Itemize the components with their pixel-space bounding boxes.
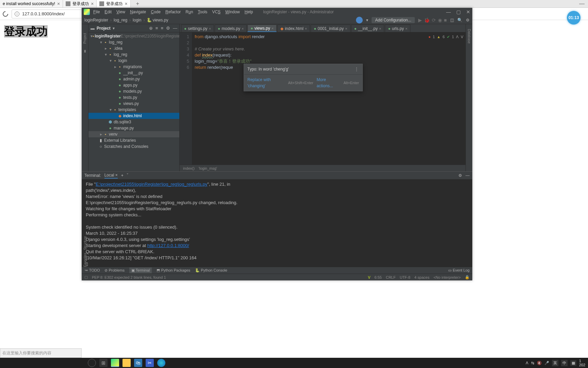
structure-tool-button[interactable]: Structure <box>83 236 87 250</box>
close-icon[interactable]: × <box>345 27 347 31</box>
store-icon[interactable]: 🛍 <box>134 359 142 367</box>
more-actions[interactable]: More actions... <box>317 77 340 89</box>
search-icon[interactable]: 🔍 <box>457 18 462 22</box>
chevron-down-icon[interactable]: ▾ <box>366 18 368 22</box>
mic-icon[interactable]: 🎤 <box>544 361 549 365</box>
coverage-icon[interactable]: ⟳ <box>432 17 436 23</box>
menu-refactor[interactable]: Refactor <box>163 10 183 14</box>
bookmark-icon[interactable]: ▮ <box>84 49 86 53</box>
debug-icon[interactable]: 🐞 <box>424 17 430 23</box>
prev-highlight-icon[interactable]: ᐱ <box>456 34 459 40</box>
tree-item[interactable]: ●__init__.py <box>88 70 179 76</box>
cortana-icon[interactable] <box>88 359 96 367</box>
lock-icon[interactable]: 🔒 <box>465 275 470 279</box>
clock[interactable]: 1202 <box>579 359 585 367</box>
tree-item[interactable]: ●models.py <box>88 88 179 94</box>
project-tree[interactable]: ▾▪loginRegister E:\project\net21055\logi… <box>88 32 179 171</box>
run-icon[interactable]: ▶ <box>418 17 422 23</box>
problems-tab[interactable]: ⊘ Problems <box>104 268 125 273</box>
network-icon[interactable]: ⇆ <box>531 361 534 365</box>
ime-mode-icon[interactable]: ▦ <box>570 360 576 366</box>
tree-item[interactable]: ▸▪migrations <box>88 64 179 70</box>
reload-icon[interactable] <box>2 10 10 18</box>
editor-tab[interactable]: ◆ index.html × <box>277 25 310 32</box>
menu-run[interactable]: Run <box>183 10 195 14</box>
crumb-0[interactable]: loginRegister <box>84 18 108 22</box>
snip-icon[interactable]: ✂ <box>146 359 154 367</box>
crumb[interactable]: index() <box>183 166 195 170</box>
close-icon[interactable]: × <box>91 1 94 6</box>
menu-file[interactable]: File <box>91 10 102 14</box>
terminal-session-tab[interactable]: Local × <box>104 173 118 179</box>
tree-root[interactable]: ▾▪loginRegister E:\project\net21055\logi… <box>88 33 179 39</box>
interpreter[interactable]: <No interpreter> <box>434 275 461 279</box>
stop-icon[interactable]: ■ <box>444 17 447 23</box>
menu-edit[interactable]: Edit <box>102 10 114 14</box>
todo-tab[interactable]: ≔ TODO <box>84 268 100 273</box>
tree-item[interactable]: ▾▪log_reg <box>88 51 179 58</box>
maximize-icon[interactable]: ▢ <box>456 9 461 15</box>
run-config-dropdown[interactable]: Add Configuration... <box>372 17 414 23</box>
close-icon[interactable]: × <box>242 27 244 31</box>
menu-view[interactable]: View <box>114 10 127 14</box>
database-tool-button[interactable]: Database <box>467 27 472 46</box>
browser-tab-1[interactable]: 登录成功 × <box>63 0 97 7</box>
code-content[interactable]: from django.shortcuts import render # Cr… <box>192 32 466 165</box>
hide-icon[interactable]: — <box>466 173 470 178</box>
crumb[interactable]: 'login_msg' <box>199 166 217 170</box>
menu-code[interactable]: Code <box>149 10 163 14</box>
info-icon[interactable]: i <box>15 12 19 16</box>
close-icon[interactable]: × <box>405 27 407 31</box>
volume-icon[interactable]: 🔇 <box>537 361 542 365</box>
collapse-icon[interactable]: ≡ <box>161 26 163 31</box>
event-log-tab[interactable]: ▭ Event Log <box>448 268 470 273</box>
gear-icon[interactable]: ⚙ <box>466 18 470 22</box>
hide-icon[interactable]: — <box>173 26 177 31</box>
close-icon[interactable]: × <box>379 27 381 31</box>
tree-item[interactable]: ▸▪venv <box>88 131 179 137</box>
close-icon[interactable]: ✕ <box>466 9 470 15</box>
pycharm-taskbar-icon[interactable] <box>111 359 119 367</box>
new-session-icon[interactable]: + <box>121 173 124 178</box>
caret-pos[interactable]: 6:55 <box>375 275 382 279</box>
tree-item[interactable]: ▸▪.idea <box>88 45 179 51</box>
packages-tab[interactable]: ⬒ Python Packages <box>157 268 190 273</box>
user-avatar-icon[interactable] <box>356 17 363 24</box>
menu-vcs[interactable]: VCS <box>210 10 223 14</box>
browser-minimize[interactable]: — <box>579 1 588 7</box>
editor-tab[interactable]: ● models.py × <box>215 25 247 32</box>
chevron-down-icon[interactable]: ▾ <box>113 26 115 31</box>
menu-help[interactable]: Help <box>243 10 255 14</box>
editor-tab[interactable]: ● urls.py × <box>385 25 410 32</box>
edge-icon[interactable] <box>157 359 165 367</box>
chevron-down-icon[interactable]: ˇ <box>127 173 128 178</box>
tree-item[interactable]: ▾▪login <box>88 58 179 64</box>
editor-tab[interactable]: ● views.py × <box>247 25 277 32</box>
windows-search-input[interactable]: 在这里输入你要搜索的内容 <box>0 348 82 358</box>
menu-window[interactable]: Window <box>223 10 242 14</box>
close-icon[interactable]: × <box>305 27 307 31</box>
favorites-tool-button[interactable]: Favorites <box>83 253 87 267</box>
tree-item[interactable]: ●manage.py <box>88 125 179 131</box>
vcs-icon[interactable]: ◫ <box>450 18 454 22</box>
tree-item[interactable]: ▾▪log_reg <box>88 39 179 45</box>
tree-item[interactable]: ●views.py <box>88 101 179 107</box>
tree-item[interactable]: ▾▪templates <box>88 107 179 113</box>
minimize-icon[interactable]: — <box>446 9 451 15</box>
tree-item[interactable]: ◆index.html <box>88 113 179 119</box>
editor-tab[interactable]: ● __init__.py × <box>351 25 385 32</box>
locate-icon[interactable]: ⊕ <box>149 26 153 31</box>
crumb-2[interactable]: login <box>133 18 141 22</box>
code-area[interactable]: 123456 from django.shortcuts import rend… <box>180 32 466 165</box>
editor-tab[interactable]: ● settings.py × <box>181 25 214 32</box>
terminal-output[interactable]: File "E:\project\net21055\loginRegister\… <box>82 179 472 267</box>
tool-window-icon[interactable]: ▢ <box>84 275 88 279</box>
encoding[interactable]: UTF-8 <box>400 275 410 279</box>
indent[interactable]: 4 spaces <box>414 275 429 279</box>
replace-action[interactable]: Replace with 'changing' <box>247 77 285 89</box>
close-icon[interactable]: × <box>272 26 274 30</box>
tree-item[interactable]: ○Scratches and Consoles <box>88 143 179 150</box>
tree-item[interactable]: ⬢db.sqlite3 <box>88 119 179 125</box>
close-icon[interactable]: × <box>125 1 127 6</box>
profile-icon[interactable]: ◉ <box>438 17 442 23</box>
